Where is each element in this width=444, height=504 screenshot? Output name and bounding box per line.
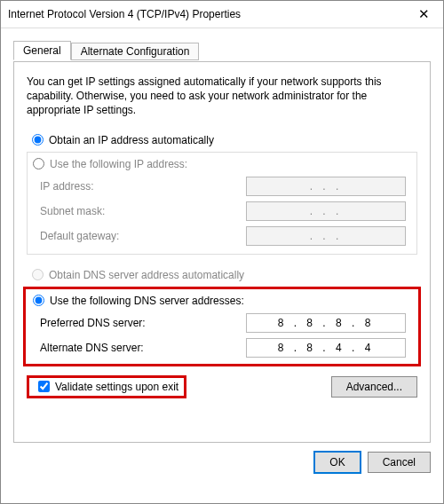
intro-text: You can get IP settings assigned automat…	[27, 75, 417, 118]
gateway-label: Default gateway:	[33, 230, 246, 242]
ok-button-label: OK	[329, 456, 345, 469]
ip-address-input: . . .	[246, 177, 406, 196]
close-icon[interactable]: ✕	[404, 1, 443, 28]
validate-checkbox-label: Validate settings upon exit	[55, 381, 178, 393]
row-alternate-dns: Alternate DNS server: 8 . 8 . 4 . 4	[33, 335, 411, 360]
radio-ip-manual-label: Use the following IP address:	[50, 158, 187, 170]
bottom-row: Validate settings upon exit Advanced...	[27, 375, 417, 398]
client-area: General Alternate Configuration You can …	[1, 28, 443, 443]
validate-checkbox-input[interactable]	[38, 381, 50, 392]
radio-dns-manual[interactable]: Use the following DNS server addresses:	[33, 295, 411, 307]
radio-dns-auto-label: Obtain DNS server address automatically	[49, 269, 244, 281]
tab-alternate-configuration[interactable]: Alternate Configuration	[71, 43, 200, 60]
advanced-button-label: Advanced...	[346, 381, 402, 393]
radio-ip-auto-label: Obtain an IP address automatically	[49, 134, 214, 146]
gateway-input: . . .	[246, 226, 406, 246]
properties-dialog: Internet Protocol Version 4 (TCP/IPv4) P…	[0, 0, 444, 504]
subnet-label: Subnet mask:	[33, 205, 246, 217]
radio-dns-auto-input	[32, 269, 44, 280]
window-title: Internet Protocol Version 4 (TCP/IPv4) P…	[8, 8, 404, 20]
ok-button[interactable]: OK	[314, 452, 360, 473]
radio-dns-manual-input[interactable]	[33, 295, 44, 306]
alternate-dns-input[interactable]: 8 . 8 . 4 . 4	[246, 338, 406, 358]
radio-ip-auto[interactable]: Obtain an IP address automatically	[32, 134, 417, 146]
dialog-footer: OK Cancel	[1, 443, 443, 503]
row-gateway: Default gateway: . . .	[33, 224, 411, 248]
row-subnet: Subnet mask: . . .	[33, 199, 411, 224]
advanced-button[interactable]: Advanced...	[331, 376, 417, 398]
tab-general[interactable]: General	[13, 41, 71, 60]
tab-alternate-label: Alternate Configuration	[81, 45, 190, 58]
subnet-input: . . .	[246, 201, 406, 221]
tab-page-general: You can get IP settings assigned automat…	[13, 61, 431, 443]
titlebar: Internet Protocol Version 4 (TCP/IPv4) P…	[1, 1, 443, 28]
cancel-button-label: Cancel	[383, 456, 416, 469]
row-preferred-dns: Preferred DNS server: 8 . 8 . 8 . 8	[33, 311, 411, 335]
highlight-dns-section: Use the following DNS server addresses: …	[23, 287, 421, 366]
alternate-dns-label: Alternate DNS server:	[33, 342, 246, 354]
ip-address-label: IP address:	[33, 180, 246, 193]
radio-ip-manual-input[interactable]	[33, 158, 44, 169]
preferred-dns-input[interactable]: 8 . 8 . 8 . 8	[246, 313, 406, 333]
tab-general-label: General	[23, 44, 61, 57]
cancel-button[interactable]: Cancel	[368, 452, 431, 473]
preferred-dns-label: Preferred DNS server:	[33, 317, 246, 329]
radio-dns-manual-label: Use the following DNS server addresses:	[50, 295, 244, 307]
dns-manual-group: Use the following DNS server addresses: …	[28, 291, 416, 362]
tabstrip: General Alternate Configuration	[13, 41, 431, 62]
radio-ip-manual[interactable]: Use the following IP address:	[33, 158, 411, 170]
highlight-validate: Validate settings upon exit	[27, 375, 186, 398]
row-ip-address: IP address: . . .	[33, 174, 411, 199]
radio-ip-auto-input[interactable]	[32, 134, 44, 146]
ip-manual-group: Use the following IP address: IP address…	[27, 152, 417, 255]
validate-checkbox[interactable]: Validate settings upon exit	[38, 381, 178, 393]
radio-dns-auto[interactable]: Obtain DNS server address automatically	[32, 269, 417, 281]
